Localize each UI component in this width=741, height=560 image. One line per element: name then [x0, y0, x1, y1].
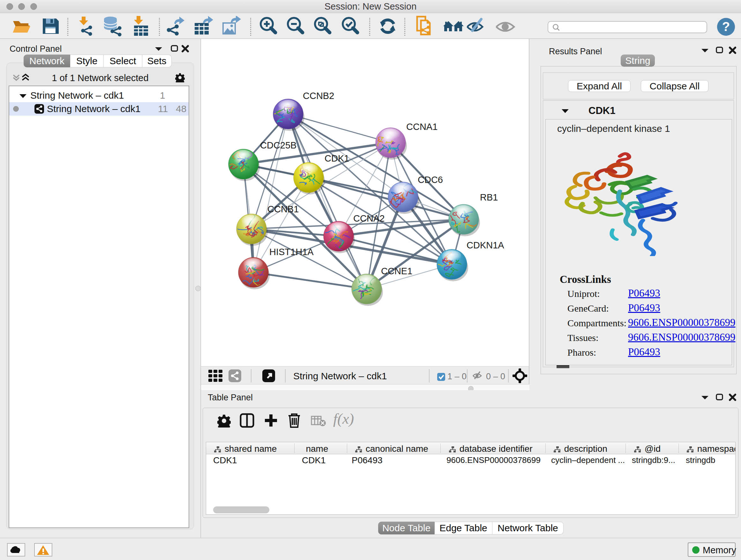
svg-text:RB1: RB1	[480, 192, 498, 202]
svg-text:CCNA2: CCNA2	[353, 213, 385, 224]
svg-text:HIST1H1A: HIST1H1A	[269, 247, 314, 257]
svg-text:CCNA1: CCNA1	[406, 122, 437, 132]
svg-text:CCNB1: CCNB1	[267, 204, 299, 214]
svg-text:CDKN1A: CDKN1A	[467, 240, 504, 250]
svg-text:CCNE1: CCNE1	[381, 266, 412, 276]
svg-text:CDC6: CDC6	[418, 175, 443, 185]
svg-text:CDC25B: CDC25B	[260, 140, 296, 150]
svg-text:CDK1: CDK1	[325, 153, 349, 164]
svg-text:CCNB2: CCNB2	[303, 91, 334, 101]
